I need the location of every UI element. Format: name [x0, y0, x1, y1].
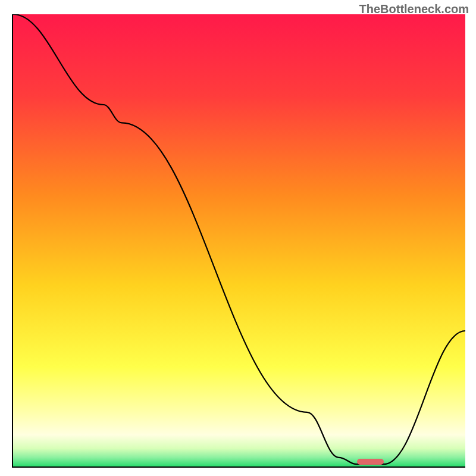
chart-plot-area: [12, 14, 465, 468]
watermark-text: TheBottleneck.com: [359, 2, 469, 16]
chart-optimal-marker: [357, 459, 384, 465]
chart-curve: [13, 14, 465, 466]
